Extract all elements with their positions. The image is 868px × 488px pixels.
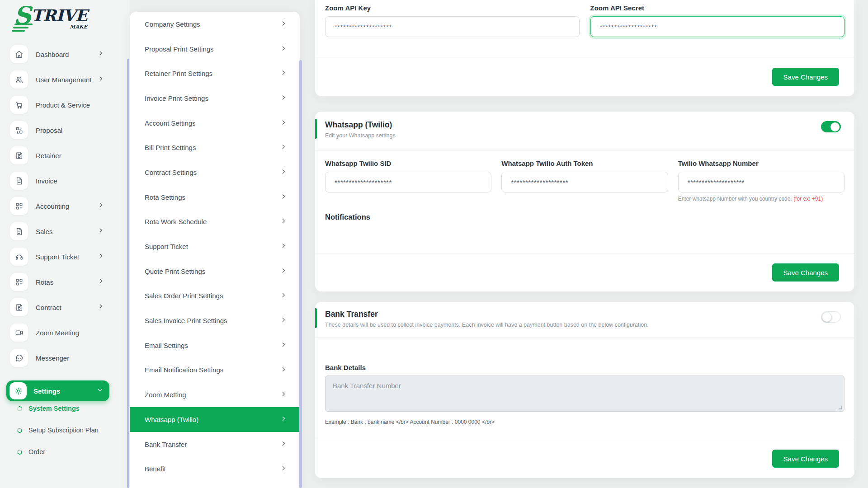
- bank-transfer-card: Bank Transfer These details will be used…: [315, 302, 854, 478]
- menu-item-rota-settings[interactable]: Rota Settings: [130, 185, 300, 210]
- logo-tagline: MAKE: [70, 24, 87, 30]
- save-changes-button[interactable]: Save Changes: [772, 68, 839, 86]
- menu-item-sales-order-print-settings[interactable]: Sales Order Print Settings: [130, 284, 300, 309]
- sidebar-item-product-service[interactable]: Product & Service: [0, 92, 130, 117]
- chevron-right-icon: [280, 391, 287, 399]
- menu-item-label: Support Ticket: [145, 243, 188, 250]
- sidebar-scrollbar[interactable]: [127, 59, 129, 488]
- sidebar-item-label: Messenger: [36, 354, 69, 362]
- menu-item-contract-settings[interactable]: Contract Settings: [130, 160, 300, 185]
- sidebar-item-user-management[interactable]: User Management: [0, 67, 130, 92]
- zoom-api-key-label: Zoom API Key: [325, 4, 580, 12]
- sidebar-item-label: Invoice: [36, 177, 57, 185]
- bank-section-subtitle: These details will be used to collect in…: [325, 322, 844, 328]
- save-changes-button[interactable]: Save Changes: [772, 450, 839, 468]
- menu-item-whatsapp-twilio-active[interactable]: Whatsapp (Twilio): [130, 407, 300, 432]
- sidebar-item-dashboard[interactable]: Dashboard: [0, 42, 130, 67]
- menu-item-bill-print-settings[interactable]: Bill Print Settings: [130, 135, 300, 160]
- chevron-right-icon: [280, 218, 287, 225]
- whatsapp-section-body: Whatsapp Twilio SID Whatsapp Twilio Auth…: [315, 150, 854, 221]
- toggle-knob: [822, 313, 831, 322]
- gear-icon: [9, 382, 27, 399]
- menu-item-quote-print-settings[interactable]: Quote Print Settings: [130, 259, 300, 284]
- menu-item-support-ticket[interactable]: Support Ticket: [130, 234, 300, 259]
- menu-item-email-settings[interactable]: Email Settings: [130, 333, 300, 358]
- menu-item-label: Zoom Metting: [145, 391, 186, 399]
- bank-details-textarea[interactable]: [325, 375, 844, 412]
- chevron-right-icon: [280, 267, 287, 275]
- sidebar: S TRIVE MAKE Dashboard User Management P…: [0, 0, 130, 488]
- zoom-api-key-input[interactable]: [325, 16, 580, 37]
- modules-icon: [10, 121, 28, 139]
- menu-item-company-settings[interactable]: Company Settings: [130, 12, 300, 37]
- menu-item-proposal-print-settings[interactable]: Proposal Print Settings: [130, 37, 300, 61]
- subnav-item-label: Order: [28, 448, 45, 455]
- chevron-right-icon: [98, 75, 104, 84]
- bank-transfer-enable-toggle[interactable]: [821, 311, 841, 323]
- menu-item-sales-invoice-print-settings[interactable]: Sales Invoice Print Settings: [130, 308, 300, 333]
- toggle-knob: [830, 122, 840, 131]
- subnav-item-setup-subscription-plan[interactable]: Setup Subscription Plan: [0, 419, 130, 441]
- menu-item-email-notification-settings[interactable]: Email Notification Settings: [130, 358, 300, 383]
- sidebar-item-label: Settings: [33, 387, 60, 395]
- sidebar-item-label: Zoom Meeting: [36, 329, 79, 337]
- menu-item-rota-work-schedule[interactable]: Rota Work Schedule: [130, 210, 300, 235]
- twilio-sid-label: Whatsapp Twilio SID: [325, 160, 491, 167]
- subnav-item-system-settings[interactable]: System Settings: [0, 398, 130, 419]
- sidebar-item-proposal[interactable]: Proposal: [0, 117, 130, 143]
- green-accent-bar: [315, 119, 317, 139]
- zoom-api-secret-label: Zoom API Secret: [590, 4, 845, 12]
- menu-item-retainer-print-settings[interactable]: Retainer Print Settings: [130, 61, 300, 86]
- menu-item-label: Sales Invoice Print Settings: [145, 317, 227, 324]
- menu-item-label: Invoice Print Settings: [145, 94, 208, 102]
- sidebar-item-zoom-meeting[interactable]: Zoom Meeting: [0, 320, 130, 345]
- whatsapp-section-title: Whatsapp (Twilio): [325, 120, 844, 130]
- menu-item-label: Whatsapp (Twilio): [145, 416, 198, 423]
- menu-item-label: Benefit: [145, 465, 166, 473]
- whatsapp-enable-toggle[interactable]: [821, 121, 841, 132]
- sidebar-item-label: Product & Service: [36, 101, 90, 109]
- chevron-right-icon: [280, 243, 287, 250]
- sidebar-item-invoice[interactable]: Invoice: [0, 168, 130, 193]
- bank-section-title: Bank Transfer: [325, 310, 844, 319]
- sidebar-item-support-ticket[interactable]: Support Ticket: [0, 244, 130, 269]
- menu-item-label: Account Settings: [145, 119, 196, 127]
- chevron-right-icon: [98, 278, 104, 286]
- menu-item-label: Proposal Print Settings: [145, 45, 214, 53]
- sidebar-item-accounting[interactable]: Accounting: [0, 193, 130, 219]
- logo-speed-lines: [14, 23, 33, 33]
- video-camera-icon: [10, 324, 28, 342]
- subnav-item-order[interactable]: Order: [0, 441, 130, 463]
- save-icon: [10, 298, 28, 316]
- menu-item-zoom-metting[interactable]: Zoom Metting: [130, 382, 300, 407]
- sidebar-item-retainer[interactable]: Retainer: [0, 143, 130, 168]
- sidebar-item-messenger[interactable]: Messenger: [0, 345, 130, 371]
- headset-icon: [10, 248, 28, 266]
- chevron-right-icon: [280, 465, 287, 473]
- twilio-whatsapp-number-label: Twilio Whatsapp Number: [678, 160, 844, 167]
- sidebar-item-label: Retainer: [36, 152, 61, 160]
- menu-item-label: Company Settings: [145, 20, 200, 28]
- menu-item-bank-transfer[interactable]: Bank Transfer: [130, 432, 300, 457]
- sidebar-item-sales[interactable]: Sales: [0, 219, 130, 244]
- menu-item-invoice-print-settings[interactable]: Invoice Print Settings: [130, 86, 300, 111]
- twilio-auth-token-input[interactable]: [501, 172, 668, 192]
- save-changes-button[interactable]: Save Changes: [772, 263, 839, 282]
- menu-item-account-settings[interactable]: Account Settings: [130, 111, 300, 136]
- menu-item-benefit[interactable]: Benefit: [130, 456, 300, 481]
- bank-card-footer: Save Changes: [315, 439, 854, 478]
- twilio-sid-input[interactable]: [325, 172, 491, 192]
- twilio-whatsapp-number-input[interactable]: [678, 172, 844, 192]
- menu-item-sick-leave[interactable]: Sick Leave: [130, 481, 300, 488]
- sidebar-item-rotas[interactable]: Rotas: [0, 269, 130, 295]
- cart-icon: [10, 96, 28, 114]
- whatsapp-section-subtitle: Edit your Whatsapp settings: [325, 132, 844, 139]
- chevron-right-icon: [98, 202, 104, 210]
- menu-item-label: Email Notification Settings: [145, 366, 223, 374]
- sidebar-item-contract[interactable]: Contract: [0, 295, 130, 320]
- zoom-api-secret-input[interactable]: [590, 16, 845, 37]
- settings-menu-scrollbar[interactable]: [299, 60, 302, 488]
- chevron-right-icon: [280, 70, 287, 77]
- zoom-api-card: Zoom API Key Zoom API Secret Save Change…: [315, 0, 854, 96]
- menu-item-label: Contract Settings: [145, 169, 197, 176]
